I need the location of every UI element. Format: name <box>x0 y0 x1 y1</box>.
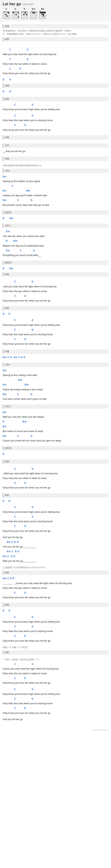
line: Only know you love her when you let her … <box>3 341 108 346</box>
line: Maybe one day you'll understand why <box>3 243 108 248</box>
last-tip: (最后一个分修一下 下坠完) <box>3 646 108 649</box>
section-label-chorus1b: 副歌 <box>3 97 108 101</box>
line: Staring at the bottom of your glass <box>3 179 108 184</box>
outro-sub-tip: （下面一大段修一大段可以另外唱一下） <box>3 658 108 661</box>
line: D D <box>3 77 108 82</box>
chord-diagram-row: C G <box>3 8 108 20</box>
svg-point-24 <box>18 17 19 18</box>
section-label-interlude2: 间奏 <box>3 135 108 140</box>
svg-point-61 <box>43 16 44 17</box>
chorus1b-block: C G Only know you've been high when you'… <box>3 102 108 134</box>
line: C G <box>3 624 108 629</box>
line: C G <box>3 633 108 638</box>
chorus3d-block: D D C G Only know you've been high when … <box>3 608 108 645</box>
section-label-prechorus3: 副歌前 <box>3 446 108 450</box>
line: Bm <box>3 377 108 382</box>
line: Only miss the gun when it starts to snow <box>3 586 108 590</box>
line: C G <box>3 687 108 692</box>
svg-point-22 <box>16 14 17 15</box>
section-label-interlude1: 间奏 <box>3 84 108 88</box>
line: Well you only need the light when it's b… <box>3 52 108 57</box>
line: Only know you've been high when you're f… <box>3 107 108 112</box>
line: Em <box>3 424 108 429</box>
svg-point-9 <box>8 12 9 13</box>
line: _Well you only need the light when it's … <box>3 471 108 476</box>
line: Em C D D <box>3 576 108 581</box>
line: Only know you love her when you let her … <box>3 127 108 132</box>
svg-point-23 <box>18 12 19 13</box>
prechorus1-block: D Bm <box>3 216 108 222</box>
section-label-chorus2b: 副歌 <box>3 306 108 310</box>
line: Only know you love her when you let her … <box>3 71 108 76</box>
chorus3c-block: Em C D D __ __,__ _Cause you only need t… <box>3 576 108 601</box>
line: Only know you love her when you let her … <box>3 711 108 715</box>
line: C G <box>3 57 108 62</box>
verse1b-block: Em Staring at the ceiling in the dark Bm… <box>3 368 108 403</box>
line: __And you let her go <box>3 149 108 154</box>
line: Only hate the road when you're missing h… <box>3 701 108 706</box>
line: Em <box>3 174 108 179</box>
line: Em <box>3 368 108 373</box>
line: Em Bm <box>3 188 108 193</box>
line: Only miss the sun when it starts to snow <box>3 671 108 676</box>
verse2a-block: Em You see her when you close your eyes … <box>3 229 108 259</box>
line: C G <box>3 505 108 509</box>
chorus2-block: C G _But you only need the light when it… <box>3 278 108 305</box>
line: Cause you loved her too much and you giv… <box>3 438 108 443</box>
line: Em C D Em C D D <box>3 355 108 360</box>
line: Same old empty feeling in your heart <box>3 387 108 392</box>
verse3-block: __And you let her go <box>3 149 108 155</box>
chorus3-block: C G _Well you only need the light when i… <box>3 465 108 492</box>
outro-tip: (上面副部三行行的E和弦分D-U-D-U-D-U-D-U) <box>3 566 108 569</box>
main-content: 前奏 (所有副歌部分，给出所有小节度的和弦分配加上副用月节奏的第一行和第二 行，… <box>0 21 111 728</box>
section-label-prechorus1: 副歌前 <box>3 210 108 215</box>
song-title: Let her go passenger <box>3 2 108 6</box>
line: C G <box>3 615 108 619</box>
svg-point-35 <box>26 14 27 15</box>
line: C G <box>3 47 108 52</box>
interlude1-block: D D <box>3 89 108 95</box>
line: C G <box>3 123 108 127</box>
line: D D <box>3 608 108 613</box>
svg-rect-58 <box>40 12 46 13</box>
chord-g: G <box>12 8 19 20</box>
line: Only know you've been high when you're f… <box>3 322 108 327</box>
line: C G <box>3 514 108 519</box>
svg-point-36 <box>23 14 25 15</box>
line: Em Bm <box>3 382 108 387</box>
section-label-verse3: 主歌 <box>3 144 108 148</box>
svg-point-21 <box>13 12 14 13</box>
chord-d: D <box>21 8 28 20</box>
line: Em C G <box>3 198 108 203</box>
line: D Bm <box>3 216 108 220</box>
line: Only know you love her when you let her … <box>3 639 108 643</box>
chorus1-block: C G Well you only need the light when it… <box>3 42 108 82</box>
line: C G <box>3 590 108 595</box>
line: Only hate the road when you're missing h… <box>3 519 108 524</box>
svg-point-59 <box>42 14 43 15</box>
watermark: 吉他谱 guitar.com.cn <box>0 728 111 732</box>
line: Everything you touch surely dies__ <box>3 253 108 257</box>
line: Only know you love her when you let her … <box>3 529 108 533</box>
section-label-chorus3d: 副歌 <box>3 603 108 607</box>
line: Only know you love her when you let her … <box>3 680 108 685</box>
section-label-verse1a: 主歌一 <box>3 169 108 173</box>
line: C G <box>3 676 108 680</box>
line: C G <box>3 293 108 298</box>
chorus2b-block: D D C G Only know you've been high when … <box>3 311 108 348</box>
line: Only know you love her when you let her … <box>3 485 108 490</box>
verse-tip: (所有全部部分及全部内乐器结弦和弦之上) <box>3 164 108 167</box>
line: Only hate the road when you're missing h… <box>3 629 108 633</box>
line: But dreams come slow and they go so fast <box>3 203 108 207</box>
prechorus3-block: D <box>3 452 108 458</box>
section-label-verse1b: 主歌一 <box>3 363 108 367</box>
line: Only hate the road when you're missing h… <box>3 118 108 123</box>
line: C G <box>3 327 108 332</box>
line: D D <box>3 89 108 94</box>
line: Em <box>3 410 108 414</box>
section-label-prechorus2: 副歌前 <box>3 260 108 265</box>
line: C G <box>3 661 108 666</box>
svg-point-34 <box>25 12 26 13</box>
svg-point-47 <box>34 12 35 13</box>
line: C G <box>3 480 108 485</box>
